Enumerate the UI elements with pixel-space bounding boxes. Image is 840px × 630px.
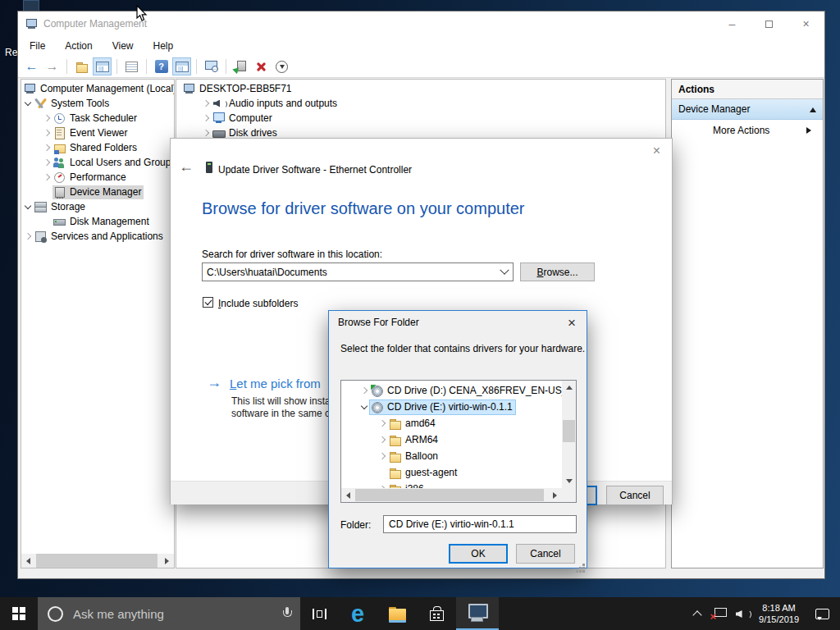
action-center-button[interactable] <box>804 597 840 630</box>
scroll-left-button[interactable] <box>341 488 355 502</box>
cancel-button[interactable]: Cancel <box>516 544 575 564</box>
ok-button[interactable]: OK <box>449 544 508 564</box>
cortana-search-box[interactable]: Ask me anything <box>38 597 300 630</box>
forward-button[interactable]: → <box>43 57 62 75</box>
uninstall-button[interactable] <box>252 57 271 75</box>
tree-item-computer[interactable]: Computer <box>176 111 665 126</box>
tree-item-balloon[interactable]: Balloon <box>341 448 562 464</box>
chevron-collapsed-icon[interactable] <box>377 451 388 462</box>
tree-item-disk-management[interactable]: Disk Management <box>21 214 174 229</box>
disable-button[interactable] <box>272 57 291 75</box>
taskbar-clock[interactable]: 8:18 AM9/15/2019 <box>754 597 804 630</box>
tree-item-shared-folders[interactable]: Shared Folders <box>21 140 174 155</box>
task-view-button[interactable] <box>300 597 338 630</box>
desktop-icon-partial[interactable] <box>23 0 39 11</box>
chevron-collapsed-icon[interactable] <box>42 113 52 124</box>
chevron-collapsed-icon[interactable] <box>377 418 388 429</box>
tree-item-i386[interactable]: i386 <box>341 481 562 488</box>
tree-item-device-manager[interactable]: Device Manager <box>21 185 174 199</box>
wizard-cancel-button[interactable]: Cancel <box>606 486 664 505</box>
folder-tree-hscrollbar[interactable] <box>341 488 562 502</box>
scan-hardware-button[interactable] <box>231 57 250 75</box>
back-button[interactable]: ← <box>22 57 41 75</box>
tree-item-amd64[interactable]: amd64 <box>341 415 562 431</box>
action-pane-icon <box>176 62 189 72</box>
properties-button[interactable] <box>122 57 141 75</box>
store-button[interactable] <box>417 597 456 630</box>
chevron-collapsed-icon[interactable] <box>201 98 212 109</box>
driver-path-combobox[interactable]: C:\Users\huatai\Documents <box>202 262 514 281</box>
close-button[interactable]: × <box>788 11 824 36</box>
scrollbar-thumb[interactable] <box>36 554 158 568</box>
browse-button[interactable]: Browse... <box>520 262 595 281</box>
scroll-up-button[interactable] <box>562 381 576 395</box>
tree-item-desktop-ebb5f71[interactable]: DESKTOP-EBB5F71 <box>176 81 665 96</box>
tree-item-label: Balloon <box>405 450 438 462</box>
forward-icon: → <box>46 60 59 73</box>
chevron-collapsed-icon[interactable] <box>42 143 52 153</box>
wizard-back-button[interactable]: ← <box>179 158 194 176</box>
chevron-expanded-icon[interactable] <box>23 98 34 109</box>
tree-item-event-viewer[interactable]: Event Viewer <box>21 126 174 140</box>
pick-from-list-link[interactable]: Let me pick from <box>230 377 321 390</box>
tree-item-performance[interactable]: Performance <box>21 170 174 185</box>
chevron-collapsed-icon[interactable] <box>23 231 34 242</box>
tree-item-cd-drive-e-virtio-win-0-1-1[interactable]: CD Drive (E:) virtio-win-0.1.1 <box>341 399 562 415</box>
scrollbar-thumb[interactable] <box>563 420 575 442</box>
menu-help[interactable]: Help <box>153 40 174 52</box>
computer-management-taskbar-button[interactable] <box>456 597 499 630</box>
scrollbar-thumb[interactable] <box>355 489 544 501</box>
folder-tree-vscrollbar[interactable] <box>562 381 576 488</box>
action-pane-toggle-button[interactable] <box>172 57 191 75</box>
maximize-button[interactable] <box>751 11 788 36</box>
file-explorer-button[interactable] <box>377 597 417 630</box>
folder-input[interactable]: CD Drive (E:) virtio-win-0.1.1 <box>383 515 577 533</box>
chevron-collapsed-icon[interactable] <box>42 158 52 168</box>
tree-item-cd-drive-d-cena-x86frev-en-us-dv[interactable]: CD Drive (D:) CENA_X86FREV_EN-US_DV <box>341 382 562 399</box>
tree-item-storage[interactable]: Storage <box>21 199 174 214</box>
chevron-collapsed-icon[interactable] <box>201 113 212 124</box>
tree-item-guest-agent[interactable]: guest-agent <box>341 464 562 481</box>
include-subfolders-label[interactable]: Include subfolders <box>218 298 298 309</box>
left-panel-hscrollbar[interactable] <box>21 554 174 568</box>
tree-item-audio-inputs-and-outputs[interactable]: Audio inputs and outputs <box>176 96 665 111</box>
menu-file[interactable]: File <box>30 40 45 52</box>
tree-item-task-scheduler[interactable]: Task Scheduler <box>21 111 174 126</box>
chevron-collapsed-icon[interactable] <box>201 128 212 139</box>
tree-item-computer-management-local[interactable]: Computer Management (Local) <box>21 81 174 96</box>
chevron-expanded-icon[interactable] <box>23 202 34 212</box>
tree-item-local-users-and-groups[interactable]: Local Users and Groups <box>21 155 174 170</box>
chevron-collapsed-icon[interactable] <box>42 128 52 139</box>
menu-view[interactable]: View <box>112 40 134 52</box>
start-button[interactable] <box>0 597 38 630</box>
dialog-close-button[interactable]: × <box>562 313 582 333</box>
wizard-close-button[interactable]: × <box>648 142 665 160</box>
tray-expand-button[interactable] <box>687 597 708 630</box>
up-folder-button[interactable] <box>72 57 91 75</box>
network-status-icon[interactable] <box>708 597 731 630</box>
minimize-button[interactable]: – <box>714 11 751 36</box>
actions-group-device-manager[interactable]: Device Manager <box>672 99 823 120</box>
tree-item-arm64[interactable]: ARM64 <box>341 431 562 448</box>
chevron-collapsed-icon[interactable] <box>359 386 370 396</box>
edge-browser-button[interactable]: e <box>338 597 377 630</box>
menu-action[interactable]: Action <box>65 40 92 52</box>
chevron-expanded-icon[interactable] <box>359 402 370 413</box>
volume-icon[interactable] <box>731 597 754 630</box>
chevron-down-icon[interactable] <box>500 265 509 274</box>
scroll-right-button[interactable] <box>548 488 562 502</box>
console-tree-toggle-button[interactable] <box>93 57 112 75</box>
help-button[interactable]: ? <box>152 57 171 75</box>
actions-item-more-actions[interactable]: More Actions <box>672 120 823 140</box>
microphone-icon[interactable] <box>282 607 292 621</box>
chevron-collapsed-icon[interactable] <box>42 172 52 183</box>
resize-grip[interactable] <box>582 564 585 566</box>
chevron-collapsed-icon[interactable] <box>377 435 388 445</box>
scroll-right-button[interactable] <box>160 554 174 568</box>
scroll-down-button[interactable] <box>562 474 576 488</box>
scroll-left-button[interactable] <box>21 554 35 568</box>
include-subfolders-checkbox[interactable] <box>203 297 213 308</box>
tree-item-system-tools[interactable]: System Tools <box>21 96 174 111</box>
find-computer-button[interactable] <box>202 57 221 75</box>
tree-item-services-and-applications[interactable]: Services and Applications <box>21 229 174 244</box>
